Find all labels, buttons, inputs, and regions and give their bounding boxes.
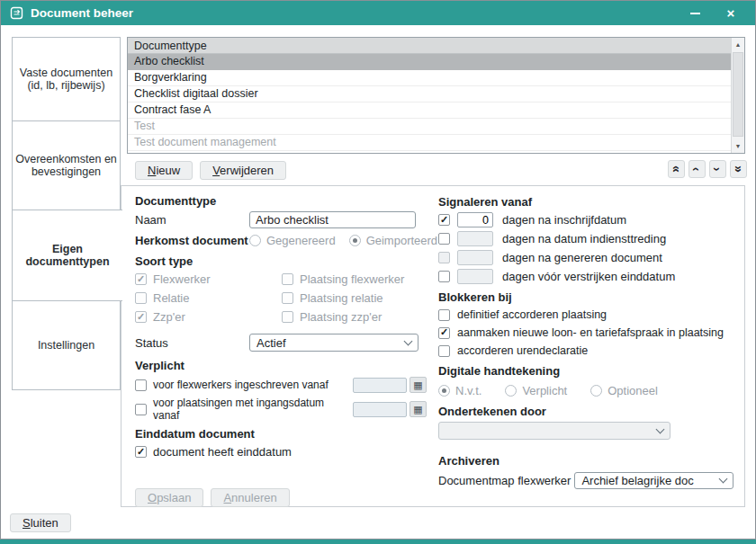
status-select[interactable]: Actief — [249, 334, 418, 352]
move-up-button[interactable]: ‹ — [688, 160, 706, 178]
radio-nvt[interactable]: N.v.t. — [438, 384, 482, 397]
handtekening-options: N.v.t. Verplicht Optioneel — [438, 384, 737, 397]
dagen-input[interactable] — [457, 231, 493, 246]
reorder-buttons: « ‹ › » — [668, 160, 747, 178]
dagen-input[interactable] — [457, 250, 493, 265]
tab-instellingen[interactable]: Instellingen — [12, 300, 121, 390]
radio-selected-icon — [438, 385, 450, 397]
checkbox-icon — [282, 311, 293, 323]
checkbox-zzper[interactable]: ✓ Zzp'er — [135, 310, 282, 324]
checkbox-flexwerker[interactable]: ✓ Flexwerker — [135, 272, 282, 286]
double-chevron-up-icon: « — [670, 165, 682, 173]
form-right-column: Signaleren vanaf ✓ dagen na inschrijfdat… — [438, 186, 737, 489]
documentmap-value: Archief belagrijke doc — [581, 474, 720, 487]
status-row: Status Actief — [135, 334, 427, 352]
tab-label: Eigen documenttypen — [14, 243, 121, 268]
calendar-button[interactable]: ▦ — [410, 377, 427, 393]
scroll-up-button[interactable]: ▲ — [732, 38, 744, 51]
scroll-down-button[interactable]: ▼ — [732, 139, 744, 153]
section-archiveren: Archiveren — [438, 454, 737, 468]
move-down-button[interactable]: › — [709, 160, 726, 178]
date-input[interactable] — [353, 402, 407, 417]
calendar-button[interactable]: ▦ — [410, 401, 427, 417]
radio-verplicht[interactable]: Verplicht — [505, 384, 567, 397]
list-item-test-document-management[interactable]: Test document management — [128, 135, 731, 151]
radio-label: Gegenereerd — [266, 234, 336, 247]
move-bottom-button[interactable]: » — [730, 160, 747, 178]
checkbox-checked-icon[interactable]: ✓ — [438, 214, 450, 226]
chevron-down-icon: › — [711, 167, 724, 172]
checkbox-checked-icon: ✓ — [135, 273, 147, 285]
section-ondertekenen-door: Ondertekenen door — [438, 405, 737, 418]
radio-geimporteerd[interactable]: Geimporteerd — [349, 234, 437, 247]
tab-vaste-documenten[interactable]: Vaste documenten (id, lb, rijbewijs) — [12, 37, 121, 121]
checkbox[interactable] — [135, 379, 147, 391]
tab-eigen-documenttypen[interactable]: Eigen documenttypen — [12, 210, 122, 301]
checkbox-label: Flexwerker — [153, 272, 211, 286]
soort-type-grid: ✓ Flexwerker Plaatsing flexwerker Relati… — [135, 272, 427, 324]
checkbox-checked-icon[interactable]: ✓ — [135, 446, 147, 458]
nieuw-button[interactable]: Nieuw — [135, 161, 193, 180]
radio-icon — [505, 385, 517, 397]
calendar-icon: ▦ — [413, 380, 422, 390]
checkbox-label: definitief accorderen plaatsing — [457, 308, 607, 321]
checkbox[interactable] — [438, 345, 450, 357]
move-top-button[interactable]: « — [668, 160, 685, 178]
scrollbar[interactable]: ▲ ▼ — [731, 38, 744, 153]
chevron-down-icon — [656, 424, 665, 433]
checkbox-label: accorderen urendeclaratie — [457, 344, 588, 357]
window-frame: Document beheer × Vaste documenten (id, … — [0, 0, 756, 540]
tab-overeenkomsten[interactable]: Overeenkomsten en bevestigingen — [12, 120, 121, 210]
minimize-button[interactable] — [685, 4, 705, 23]
ondertekenen-select[interactable] — [438, 422, 670, 440]
verwijderen-button[interactable]: Verwijderen — [200, 161, 286, 180]
list-item-borgverklaring[interactable]: Borgverklaring — [128, 70, 731, 86]
dagen-input[interactable] — [457, 212, 493, 227]
list-item-arbo-checklist[interactable]: Arbo checklist — [128, 54, 731, 70]
checkbox[interactable] — [438, 233, 450, 245]
checkbox-plaatsing-flexwerker[interactable]: Plaatsing flexwerker — [282, 272, 427, 286]
scrollbar-thumb[interactable] — [733, 52, 743, 137]
list-item-checklist-digitaal-dossier[interactable]: Checklist digitaal dossier — [128, 86, 731, 103]
checkbox[interactable] — [438, 252, 450, 263]
checkbox-plaatsing-zzper[interactable]: Plaatsing zzp'er — [282, 310, 427, 324]
checkbox[interactable] — [438, 309, 450, 321]
date-input[interactable] — [353, 378, 407, 393]
radio-gegenereerd[interactable]: Gegenereerd — [249, 234, 336, 247]
checkbox-checked-icon[interactable]: ✓ — [438, 327, 450, 339]
naam-input[interactable] — [249, 211, 416, 228]
chevron-up-icon: ‹ — [690, 167, 703, 172]
checkbox-relatie[interactable]: Relatie — [135, 291, 282, 305]
annuleren-button[interactable]: Annuleren — [211, 488, 289, 507]
checkbox-label: voor flexwerkers ingeschreven vanaf — [153, 379, 353, 391]
dagen-input[interactable] — [457, 269, 493, 284]
radio-optioneel[interactable]: Optioneel — [590, 384, 658, 397]
form-left-column: Documenttype Naam Herkomst document Gege… — [135, 186, 427, 507]
checkbox-label: Plaatsing zzp'er — [300, 310, 382, 324]
list-item-test[interactable]: Test — [128, 119, 731, 135]
opslaan-button[interactable]: Opslaan — [135, 488, 203, 507]
checkbox[interactable] — [438, 271, 450, 282]
checkbox[interactable] — [135, 404, 147, 415]
documentmap-select[interactable]: Archief belagrijke doc — [574, 472, 734, 489]
checkbox-icon — [282, 292, 293, 304]
row-label: dagen na datum indiensttreding — [502, 232, 666, 245]
verplicht-row-flexwerkers: voor flexwerkers ingeschreven vanaf ▦ — [135, 377, 427, 393]
form-buttons: Opslaan Annuleren — [135, 488, 427, 507]
checkbox-label: Plaatsing flexwerker — [300, 272, 404, 286]
list-column-header[interactable]: Documenttype — [128, 38, 731, 54]
checkbox-label: Relatie — [153, 291, 189, 305]
sluiten-button[interactable]: Sluiten — [10, 513, 71, 532]
list-item-contract-fase-a[interactable]: Contract fase A — [128, 103, 731, 119]
radio-label: Optioneel — [608, 384, 658, 397]
checkbox-plaatsing-relatie[interactable]: Plaatsing relatie — [282, 291, 427, 305]
document-beheer-window: Document beheer × Vaste documenten (id, … — [0, 0, 756, 544]
row-label: dagen na genereren document — [502, 251, 662, 264]
minimize-icon — [690, 13, 700, 14]
window-title: Document beheer — [31, 6, 133, 20]
radio-label: N.v.t. — [455, 384, 482, 397]
close-button[interactable]: × — [721, 4, 741, 23]
double-chevron-down-icon: » — [732, 165, 744, 173]
document-app-icon — [10, 6, 23, 20]
status-value: Actief — [256, 336, 405, 350]
